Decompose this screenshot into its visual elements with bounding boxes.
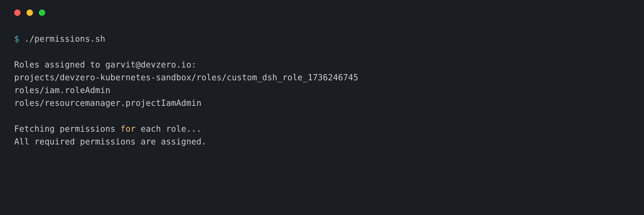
window-controls — [0, 0, 644, 16]
blank-line — [14, 110, 630, 122]
role-line: roles/iam.roleAdmin — [14, 84, 630, 96]
prompt-symbol: $ — [14, 34, 19, 44]
role-line: roles/resourcemanager.projectIamAdmin — [14, 96, 630, 110]
blank-line — [14, 45, 630, 58]
for-keyword: for — [120, 124, 136, 134]
maximize-icon[interactable] — [39, 10, 45, 16]
roles-header: Roles assigned to garvit@devzero.io: — [14, 58, 630, 71]
close-icon[interactable] — [14, 10, 20, 16]
result-line: All required permissions are assigned. — [14, 135, 630, 148]
command-line: $ ./permissions.sh — [14, 32, 630, 45]
fetching-prefix: Fetching permissions — [14, 124, 120, 134]
terminal-content[interactable]: $ ./permissions.sh Roles assigned to gar… — [0, 16, 644, 148]
minimize-icon[interactable] — [26, 10, 33, 16]
fetching-suffix: each role... — [136, 124, 202, 134]
terminal-window: $ ./permissions.sh Roles assigned to gar… — [0, 0, 644, 215]
fetching-line: Fetching permissions for each role... — [14, 122, 630, 135]
command-text: ./permissions.sh — [24, 34, 105, 44]
role-line: projects/devzero-kubernetes-sandbox/role… — [14, 71, 630, 84]
